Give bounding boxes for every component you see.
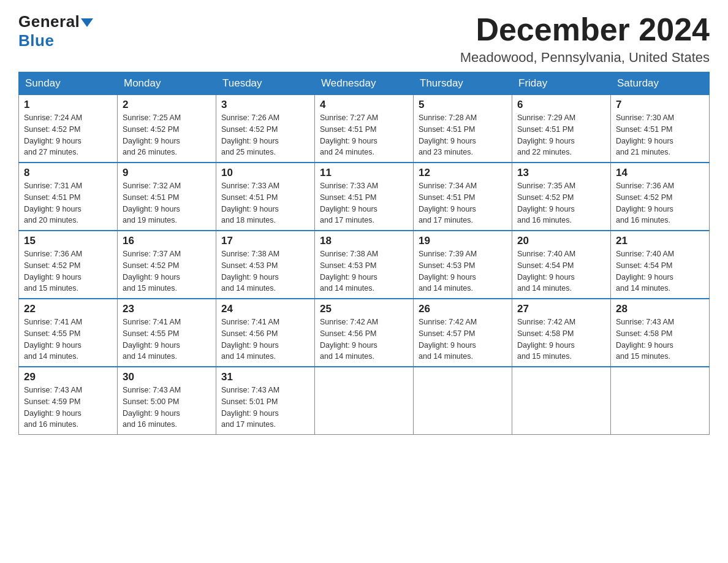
- day-number: 17: [221, 235, 309, 247]
- calendar-cell: 12Sunrise: 7:34 AMSunset: 4:51 PMDayligh…: [414, 163, 512, 231]
- calendar-cell: [512, 367, 611, 435]
- day-number: 21: [616, 235, 704, 247]
- calendar-cell: 26Sunrise: 7:42 AMSunset: 4:57 PMDayligh…: [414, 299, 512, 367]
- calendar-week-5: 29Sunrise: 7:43 AMSunset: 4:59 PMDayligh…: [19, 367, 710, 435]
- day-info: Sunrise: 7:38 AMSunset: 4:53 PMDaylight:…: [221, 248, 309, 294]
- weekday-header-wednesday: Wednesday: [315, 72, 414, 95]
- day-number: 18: [320, 235, 408, 247]
- day-info: Sunrise: 7:30 AMSunset: 4:51 PMDaylight:…: [616, 112, 704, 158]
- calendar-cell: [414, 367, 512, 435]
- day-info: Sunrise: 7:36 AMSunset: 4:52 PMDaylight:…: [616, 180, 704, 226]
- day-info: Sunrise: 7:24 AMSunset: 4:52 PMDaylight:…: [24, 112, 112, 158]
- calendar-cell: 2Sunrise: 7:25 AMSunset: 4:52 PMDaylight…: [118, 95, 216, 163]
- day-info: Sunrise: 7:42 AMSunset: 4:56 PMDaylight:…: [320, 316, 408, 362]
- weekday-header-tuesday: Tuesday: [216, 72, 315, 95]
- day-info: Sunrise: 7:33 AMSunset: 4:51 PMDaylight:…: [221, 180, 309, 226]
- day-number: 10: [221, 167, 309, 179]
- calendar-cell: 5Sunrise: 7:28 AMSunset: 4:51 PMDaylight…: [414, 95, 512, 163]
- day-number: 15: [24, 235, 112, 247]
- logo-triangle-icon: [81, 18, 93, 27]
- day-info: Sunrise: 7:40 AMSunset: 4:54 PMDaylight:…: [616, 248, 704, 294]
- day-number: 26: [419, 303, 507, 315]
- day-number: 4: [320, 99, 408, 111]
- logo-bottom-line: Blue: [18, 31, 54, 50]
- day-info: Sunrise: 7:42 AMSunset: 4:57 PMDaylight:…: [419, 316, 507, 362]
- calendar-cell: 25Sunrise: 7:42 AMSunset: 4:56 PMDayligh…: [315, 299, 414, 367]
- day-info: Sunrise: 7:41 AMSunset: 4:55 PMDaylight:…: [24, 316, 112, 362]
- calendar-cell: 27Sunrise: 7:42 AMSunset: 4:58 PMDayligh…: [512, 299, 611, 367]
- calendar-cell: 6Sunrise: 7:29 AMSunset: 4:51 PMDaylight…: [512, 95, 611, 163]
- day-number: 19: [419, 235, 507, 247]
- day-number: 27: [517, 303, 605, 315]
- calendar-cell: 19Sunrise: 7:39 AMSunset: 4:53 PMDayligh…: [414, 231, 512, 299]
- calendar-cell: 1Sunrise: 7:24 AMSunset: 4:52 PMDaylight…: [19, 95, 118, 163]
- calendar-cell: 3Sunrise: 7:26 AMSunset: 4:52 PMDaylight…: [216, 95, 315, 163]
- calendar-week-2: 8Sunrise: 7:31 AMSunset: 4:51 PMDaylight…: [19, 163, 710, 231]
- calendar-week-1: 1Sunrise: 7:24 AMSunset: 4:52 PMDaylight…: [19, 95, 710, 163]
- weekday-header-thursday: Thursday: [414, 72, 512, 95]
- day-info: Sunrise: 7:41 AMSunset: 4:55 PMDaylight:…: [123, 316, 211, 362]
- day-number: 25: [320, 303, 408, 315]
- calendar-cell: 31Sunrise: 7:43 AMSunset: 5:01 PMDayligh…: [216, 367, 315, 435]
- calendar-cell: [315, 367, 414, 435]
- day-info: Sunrise: 7:38 AMSunset: 4:53 PMDaylight:…: [320, 248, 408, 294]
- day-info: Sunrise: 7:33 AMSunset: 4:51 PMDaylight:…: [320, 180, 408, 226]
- day-number: 22: [24, 303, 112, 315]
- day-number: 9: [123, 167, 211, 179]
- logo-top-line: General: [18, 12, 93, 31]
- day-number: 29: [24, 371, 112, 383]
- calendar-cell: 17Sunrise: 7:38 AMSunset: 4:53 PMDayligh…: [216, 231, 315, 299]
- day-number: 2: [123, 99, 211, 111]
- logo: General Blue: [18, 12, 93, 50]
- day-info: Sunrise: 7:42 AMSunset: 4:58 PMDaylight:…: [517, 316, 605, 362]
- day-info: Sunrise: 7:29 AMSunset: 4:51 PMDaylight:…: [517, 112, 605, 158]
- calendar-cell: 16Sunrise: 7:37 AMSunset: 4:52 PMDayligh…: [118, 231, 216, 299]
- day-number: 12: [419, 167, 507, 179]
- day-info: Sunrise: 7:43 AMSunset: 5:01 PMDaylight:…: [221, 385, 309, 431]
- calendar-cell: 13Sunrise: 7:35 AMSunset: 4:52 PMDayligh…: [512, 163, 611, 231]
- day-info: Sunrise: 7:25 AMSunset: 4:52 PMDaylight:…: [123, 112, 211, 158]
- day-info: Sunrise: 7:31 AMSunset: 4:51 PMDaylight:…: [24, 180, 112, 226]
- calendar-table: SundayMondayTuesdayWednesdayThursdayFrid…: [18, 72, 710, 435]
- day-number: 14: [616, 167, 704, 179]
- weekday-header-saturday: Saturday: [611, 72, 710, 95]
- day-number: 13: [517, 167, 605, 179]
- calendar-cell: 29Sunrise: 7:43 AMSunset: 4:59 PMDayligh…: [19, 367, 118, 435]
- weekday-header-friday: Friday: [512, 72, 611, 95]
- day-info: Sunrise: 7:41 AMSunset: 4:56 PMDaylight:…: [221, 316, 309, 362]
- calendar-cell: [611, 367, 710, 435]
- day-number: 7: [616, 99, 704, 111]
- day-number: 16: [123, 235, 211, 247]
- day-number: 3: [221, 99, 309, 111]
- day-info: Sunrise: 7:43 AMSunset: 5:00 PMDaylight:…: [123, 385, 211, 431]
- day-info: Sunrise: 7:43 AMSunset: 4:58 PMDaylight:…: [616, 316, 704, 362]
- day-info: Sunrise: 7:28 AMSunset: 4:51 PMDaylight:…: [419, 112, 507, 158]
- logo-blue-text: Blue: [18, 31, 54, 50]
- day-info: Sunrise: 7:26 AMSunset: 4:52 PMDaylight:…: [221, 112, 309, 158]
- day-number: 31: [221, 371, 309, 383]
- weekday-header-row: SundayMondayTuesdayWednesdayThursdayFrid…: [19, 72, 710, 95]
- day-info: Sunrise: 7:40 AMSunset: 4:54 PMDaylight:…: [517, 248, 605, 294]
- calendar-cell: 30Sunrise: 7:43 AMSunset: 5:00 PMDayligh…: [118, 367, 216, 435]
- calendar-cell: 22Sunrise: 7:41 AMSunset: 4:55 PMDayligh…: [19, 299, 118, 367]
- day-info: Sunrise: 7:32 AMSunset: 4:51 PMDaylight:…: [123, 180, 211, 226]
- day-number: 11: [320, 167, 408, 179]
- calendar-cell: 24Sunrise: 7:41 AMSunset: 4:56 PMDayligh…: [216, 299, 315, 367]
- calendar-cell: 20Sunrise: 7:40 AMSunset: 4:54 PMDayligh…: [512, 231, 611, 299]
- calendar-cell: 14Sunrise: 7:36 AMSunset: 4:52 PMDayligh…: [611, 163, 710, 231]
- page-header: General Blue December 2024 Meadowood, Pe…: [18, 12, 710, 66]
- day-info: Sunrise: 7:35 AMSunset: 4:52 PMDaylight:…: [517, 180, 605, 226]
- day-info: Sunrise: 7:27 AMSunset: 4:51 PMDaylight:…: [320, 112, 408, 158]
- calendar-cell: 9Sunrise: 7:32 AMSunset: 4:51 PMDaylight…: [118, 163, 216, 231]
- calendar-cell: 11Sunrise: 7:33 AMSunset: 4:51 PMDayligh…: [315, 163, 414, 231]
- month-title: December 2024: [460, 12, 710, 47]
- day-number: 30: [123, 371, 211, 383]
- calendar-cell: 18Sunrise: 7:38 AMSunset: 4:53 PMDayligh…: [315, 231, 414, 299]
- calendar-cell: 23Sunrise: 7:41 AMSunset: 4:55 PMDayligh…: [118, 299, 216, 367]
- day-number: 28: [616, 303, 704, 315]
- day-info: Sunrise: 7:36 AMSunset: 4:52 PMDaylight:…: [24, 248, 112, 294]
- weekday-header-sunday: Sunday: [19, 72, 118, 95]
- calendar-week-4: 22Sunrise: 7:41 AMSunset: 4:55 PMDayligh…: [19, 299, 710, 367]
- calendar-cell: 10Sunrise: 7:33 AMSunset: 4:51 PMDayligh…: [216, 163, 315, 231]
- calendar-cell: 8Sunrise: 7:31 AMSunset: 4:51 PMDaylight…: [19, 163, 118, 231]
